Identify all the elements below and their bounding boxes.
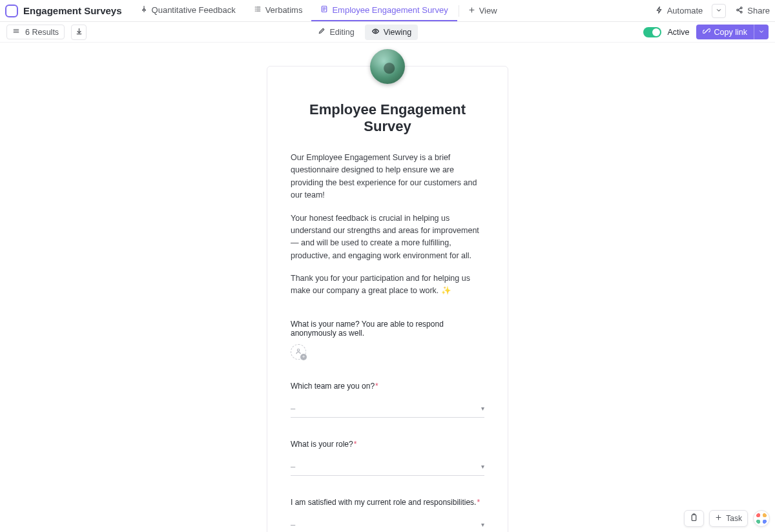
- svg-point-4: [375, 30, 377, 32]
- sparkles-icon: ✨: [441, 286, 451, 295]
- survey-intro-paragraph: Thank you for your participation and for…: [291, 272, 484, 298]
- required-asterisk: *: [354, 440, 357, 449]
- chevron-down-icon: [758, 28, 765, 37]
- download-button[interactable]: [71, 25, 87, 40]
- workspace-title: Engagement Surveys: [23, 5, 122, 16]
- clipboard-button[interactable]: [684, 510, 704, 527]
- satisfied-select[interactable]: – ▾: [291, 516, 484, 532]
- floating-action-stack: Task: [684, 510, 770, 527]
- divider: [459, 5, 459, 17]
- brand-logo-icon: [5, 5, 18, 17]
- question-team: Which team are you on?* – ▾: [291, 382, 484, 418]
- copy-link-more-button[interactable]: [754, 25, 769, 39]
- active-label: Active: [668, 28, 690, 37]
- list-icon: [12, 27, 20, 37]
- survey-intro-paragraph: Your honest feedback is crucial in helpi…: [291, 212, 484, 263]
- question-satisfied: I am satisfied with my current role and …: [291, 498, 484, 532]
- tab-employee-engagement-survey[interactable]: Employee Engagement Survey: [311, 0, 457, 21]
- team-select[interactable]: – ▾: [291, 400, 484, 418]
- viewing-mode-button[interactable]: Viewing: [365, 25, 418, 40]
- workspace-brand[interactable]: Engagement Surveys: [5, 5, 131, 17]
- new-task-button[interactable]: Task: [709, 510, 748, 527]
- automate-dropdown[interactable]: [712, 4, 726, 18]
- copy-link-label: Copy link: [714, 28, 747, 37]
- form-canvas[interactable]: Employee Engagement Survey Our Employee …: [0, 43, 775, 532]
- sheet-wrap: Employee Engagement Survey Our Employee …: [0, 43, 775, 532]
- svg-rect-6: [692, 515, 697, 520]
- question-label: Which team are you on?*: [291, 382, 484, 391]
- copy-link-button[interactable]: Copy link: [696, 25, 754, 39]
- plus-icon: [715, 514, 722, 523]
- editing-label: Editing: [329, 28, 354, 37]
- top-nav-right: Automate Share: [655, 4, 770, 18]
- clipboard-icon: [690, 513, 698, 524]
- mode-switch: Editing Viewing: [311, 25, 418, 40]
- download-icon: [75, 27, 83, 37]
- form-toolbar: 6 Results Editing Viewing Active: [0, 22, 775, 43]
- link-icon: [703, 27, 710, 37]
- form-icon: [320, 5, 328, 15]
- results-button[interactable]: 6 Results: [6, 25, 65, 39]
- pencil-icon: [318, 27, 326, 37]
- automate-button[interactable]: Automate: [655, 6, 703, 16]
- chevron-down-icon: ▾: [481, 405, 484, 412]
- add-person-button[interactable]: +: [291, 344, 306, 360]
- question-label-text: What is your role?: [291, 440, 353, 449]
- editing-mode-button[interactable]: Editing: [311, 25, 360, 39]
- survey-sheet: Employee Engagement Survey Our Employee …: [267, 66, 508, 532]
- new-task-label: Task: [726, 514, 742, 523]
- plus-icon: [468, 6, 475, 15]
- question-role: What is your role?* – ▾: [291, 440, 484, 476]
- toolbar-right: Active Copy link: [643, 25, 769, 39]
- share-label: Share: [747, 6, 770, 15]
- question-label-text: Which team are you on?: [291, 382, 375, 391]
- required-asterisk: *: [477, 498, 480, 507]
- tab-label: Quantitative Feedback: [152, 5, 236, 15]
- question-label: What is your role?*: [291, 440, 484, 449]
- select-value: –: [291, 404, 296, 413]
- chevron-down-icon: [716, 6, 722, 15]
- pin-icon: [140, 5, 148, 15]
- chevron-down-icon: ▾: [481, 521, 484, 528]
- active-toggle[interactable]: [643, 27, 661, 37]
- question-label: What is your name? You are able to respo…: [291, 320, 484, 338]
- eye-icon: [371, 27, 380, 37]
- share-icon: [735, 6, 743, 16]
- select-value: –: [291, 520, 296, 529]
- tab-verbatims[interactable]: Verbatims: [245, 0, 312, 21]
- required-asterisk: *: [375, 382, 378, 391]
- role-select[interactable]: – ▾: [291, 458, 484, 476]
- bolt-icon: [655, 6, 663, 16]
- question-label: I am satisfied with my current role and …: [291, 498, 484, 507]
- copy-link-split-button: Copy link: [696, 25, 769, 39]
- tab-label: Employee Engagement Survey: [332, 5, 448, 15]
- plus-icon: +: [300, 354, 307, 360]
- tab-label: Verbatims: [265, 5, 303, 15]
- question-label-text: I am satisfied with my current role and …: [291, 498, 476, 507]
- chevron-down-icon: ▾: [481, 463, 484, 470]
- view-tabs: Quantitative Feedback Verbatims Employee…: [131, 0, 505, 21]
- survey-title: Employee Engagement Survey: [291, 101, 484, 135]
- select-value: –: [291, 462, 296, 471]
- list-icon: [254, 5, 262, 15]
- results-label: 6 Results: [25, 28, 59, 37]
- svg-point-5: [297, 349, 299, 351]
- add-view-button[interactable]: View: [460, 0, 505, 21]
- automate-label: Automate: [667, 6, 703, 15]
- viewing-label: Viewing: [384, 28, 412, 37]
- share-button[interactable]: Share: [735, 6, 770, 16]
- survey-hero-image: [370, 49, 405, 84]
- survey-intro-paragraph: Our Employee Engagement Survey is a brie…: [291, 152, 484, 202]
- top-nav: Engagement Surveys Quantitative Feedback…: [0, 0, 775, 22]
- tab-quantitative-feedback[interactable]: Quantitative Feedback: [131, 0, 245, 21]
- add-view-label: View: [479, 6, 497, 15]
- apps-launcher-button[interactable]: [753, 510, 770, 527]
- question-name: What is your name? You are able to respo…: [291, 320, 484, 360]
